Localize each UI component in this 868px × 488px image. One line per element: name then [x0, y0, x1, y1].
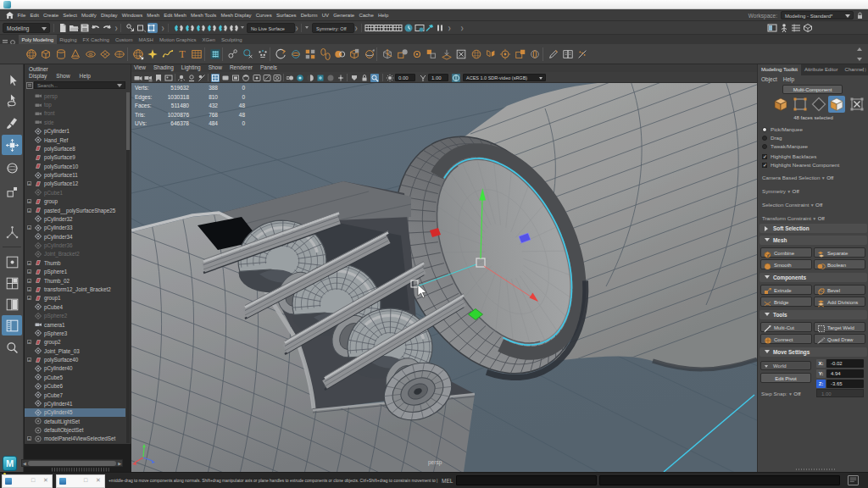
viewport-menu-view[interactable]: View — [134, 64, 146, 72]
viewport-renderer-icon[interactable] — [415, 23, 425, 33]
shelf-cube-sphere-icon[interactable] — [397, 48, 409, 60]
shelf-curve-star-icon[interactable] — [147, 48, 159, 60]
layout-split-pane-icon[interactable] — [2, 294, 22, 314]
range-slider-thumb[interactable] — [28, 461, 116, 466]
outliner-item-polySurface8[interactable]: polySurface8 — [25, 144, 125, 152]
outliner-item-transform12_Joint_Bracket2[interactable]: +transform12_Joint_Bracket2 — [25, 285, 125, 293]
viewport-menu-show[interactable]: Show — [209, 64, 222, 72]
object-mode-icon[interactable] — [772, 96, 789, 113]
multi-component-button[interactable]: Multi-Component — [782, 85, 843, 94]
section-collapse-arrow[interactable]: ❯ — [295, 25, 298, 30]
tab-attribute-editor[interactable]: Attribute Editor — [801, 64, 842, 75]
mel-command-input[interactable] — [456, 475, 597, 485]
section-collapse-arrow[interactable]: ❯ — [448, 25, 451, 30]
construction-toggle-icon-4[interactable] — [392, 23, 403, 33]
outliner-item-group2[interactable]: +group2 — [25, 338, 125, 347]
layout-four-pane-icon[interactable] — [2, 273, 22, 293]
expand-icon[interactable]: + — [27, 225, 31, 230]
shelf-tab-poly-modeling[interactable]: Poly Modeling — [19, 35, 57, 44]
dropdown-symmetry[interactable]: Symmetry ▼ Off — [762, 188, 799, 194]
viewport-menu-lighting[interactable]: Lighting — [181, 64, 201, 72]
section-header-tools[interactable]: Tools — [760, 310, 867, 319]
shelf-tab-mash[interactable]: MASH — [136, 35, 156, 44]
shelf-scroll-arrows[interactable] — [856, 47, 863, 62]
menu-generate[interactable]: Generate — [331, 9, 357, 18]
shelf-type-tool-icon[interactable]: T — [176, 48, 188, 60]
outliner-item-pCylinder32[interactable]: pCylinder32 — [25, 214, 125, 223]
shelf-double-cylinder-icon[interactable] — [320, 48, 331, 60]
outliner-item-polySurface10[interactable]: polySurface10 — [25, 162, 125, 170]
outliner-item-Thumb_02[interactable]: +Thumb_02 — [25, 276, 125, 285]
mel-result-field[interactable] — [599, 475, 840, 485]
menu-edit[interactable]: Edit — [28, 9, 42, 18]
vp-camera-attrs-icon[interactable] — [144, 74, 153, 82]
outliner-menu-help[interactable]: Help — [80, 73, 91, 80]
live-surface-field[interactable]: No Live Surface — [247, 23, 295, 33]
shelf-loop-sphere-icon[interactable] — [529, 48, 541, 60]
menu-modify[interactable]: Modify — [79, 9, 98, 18]
background-window-2[interactable]: □ ✕ — [56, 474, 105, 488]
move-tool-icon[interactable] — [2, 135, 22, 155]
vp-multisampling-icon[interactable] — [296, 74, 304, 82]
expand-icon[interactable]: + — [27, 261, 31, 265]
tab-scroll-arrows[interactable]: ⟨⟩ — [862, 67, 867, 72]
outliner-item-Joint_Bracket2[interactable]: Joint_Bracket2 — [25, 250, 125, 258]
outliner-item-pCylinder40[interactable]: pCylinder40 — [25, 364, 125, 373]
redo-icon[interactable] — [102, 23, 112, 33]
zoom-tool-icon[interactable] — [2, 337, 22, 358]
outliner-item-modelPanel4ViewSelectedSet[interactable]: +modelPanel4ViewSelectedSet — [25, 435, 125, 443]
select-component-icon[interactable] — [147, 23, 158, 33]
button-boolean[interactable]: Boolean — [814, 259, 865, 269]
hammer-tool-icon[interactable] — [425, 23, 435, 33]
outliner-menu-show[interactable]: Show — [56, 73, 70, 80]
shelf-pencil-icon[interactable] — [548, 48, 559, 60]
axis-x-field[interactable]: -0.02 — [826, 359, 864, 368]
outliner-item-pCube5[interactable]: pCube5 — [25, 373, 125, 381]
vp-joint-xray-icon[interactable] — [337, 74, 345, 82]
button-quad-draw[interactable]: Quad Draw — [814, 334, 865, 344]
maya-taskbar-icon[interactable]: M — [3, 456, 17, 471]
shelf-poly-primitive-4-icon[interactable] — [70, 48, 81, 60]
symmetry-field[interactable]: Symmetry: Off — [312, 23, 354, 33]
menu-uv[interactable]: UV — [320, 9, 331, 18]
menu-create[interactable]: Create — [41, 9, 60, 18]
button-target-weld[interactable]: Target Weld — [814, 322, 865, 332]
workspace-dropdown[interactable]: Modeling - Standard* — [781, 11, 854, 19]
dropdown-camera-based-selection[interactable]: Camera Based Selection ▼ Off — [762, 175, 833, 180]
button-bridge[interactable]: Bridge — [760, 297, 812, 307]
vp-depth-peeling-icon[interactable] — [306, 74, 314, 82]
menu-deform[interactable]: Deform — [298, 9, 320, 18]
shelf-mash-grid-icon[interactable] — [209, 48, 221, 60]
toolkit-menu-object[interactable]: Object — [761, 76, 777, 82]
menu-edit-mesh[interactable]: Edit Mesh — [162, 9, 189, 18]
snap-magnet-icon-6[interactable] — [229, 23, 239, 33]
shelf-axis-cube-icon[interactable] — [381, 48, 393, 60]
layout-outliner-persp-icon[interactable] — [2, 315, 22, 336]
exposure-field[interactable]: 0.00 — [395, 74, 415, 81]
section-header-move-settings[interactable]: Move Settings — [760, 347, 867, 357]
viewport-scene-3d[interactable] — [131, 83, 757, 472]
vp-motion-blur-icon[interactable] — [286, 74, 294, 82]
script-editor-icon[interactable] — [848, 475, 859, 485]
shelf-poly-primitive-7-icon[interactable] — [114, 48, 125, 60]
rotate-tool-icon[interactable] — [2, 158, 22, 178]
axis-x-label[interactable]: X: — [816, 359, 826, 368]
vp-material-icon[interactable] — [242, 74, 250, 82]
radio-drag[interactable]: Drag — [762, 135, 782, 141]
range-slider[interactable]: ◀ ▶ — [21, 459, 123, 467]
expand-icon[interactable]: + — [27, 181, 31, 186]
outliner-item-pCylinder45[interactable]: pCylinder45 — [25, 408, 125, 417]
expand-icon[interactable]: + — [27, 199, 31, 203]
shelf-sphere-pair-icon[interactable] — [334, 48, 346, 60]
shelf-sphere-grid-icon[interactable] — [470, 48, 482, 60]
radio-tweak-marquee[interactable]: Tweak/Marquee — [762, 143, 808, 149]
expand-icon[interactable]: + — [27, 287, 31, 291]
dropdown-selection-constraint[interactable]: Selection Constraint ▼ Off — [762, 202, 822, 208]
open-scene-icon[interactable] — [69, 23, 79, 33]
shelf-tab-fx-caching[interactable]: FX Caching — [80, 35, 112, 44]
vp-greasepencil-icon[interactable] — [326, 74, 335, 82]
close-icon[interactable]: ✕ — [43, 477, 48, 484]
outliner-item-pSphere3[interactable]: pSphere3 — [25, 329, 125, 337]
last-tool-icon[interactable] — [2, 222, 22, 242]
vp-2d-pan-zoom-icon[interactable] — [370, 74, 379, 82]
